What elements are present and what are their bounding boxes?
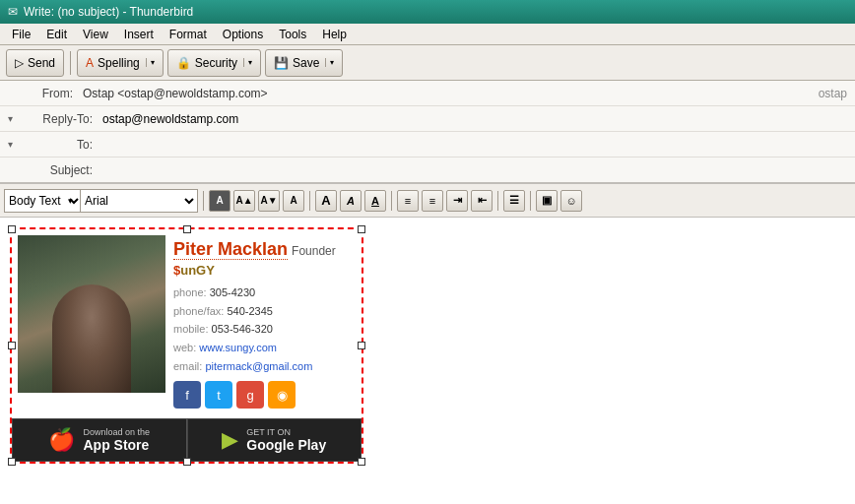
replyto-row: ▾ Reply-To:: [0, 106, 855, 132]
security-button[interactable]: 🔒 Security ▾: [167, 49, 261, 77]
from-value: Ostap <ostap@newoldstamp.com>: [79, 85, 819, 102]
android-icon: ▶: [222, 427, 238, 453]
sig-company: $unGY: [173, 262, 356, 278]
from-row: From: Ostap <ostap@newoldstamp.com> osta…: [0, 81, 855, 106]
menu-file[interactable]: File: [4, 26, 38, 43]
format-toolbar: Body Text ▾ Arial A A▲ A▼ A A A A ≡ ≡ ⇥ …: [0, 184, 855, 218]
signature-wrapper: Piter Macklan Founder $unGY phone: 305-4…: [10, 227, 363, 464]
sig-info: Piter Macklan Founder $unGY phone: 305-4…: [173, 235, 356, 412]
sig-photo-inner: [18, 235, 165, 393]
titlebar: ✉ Write: (no subject) - Thunderbird: [0, 0, 855, 24]
menu-options[interactable]: Options: [215, 26, 271, 43]
security-icon: 🔒: [176, 56, 191, 70]
handle-topleft[interactable]: [8, 225, 16, 233]
app-store-text: Download on the App Store: [83, 427, 150, 453]
editor-area[interactable]: Piter Macklan Founder $unGY phone: 305-4…: [0, 218, 855, 504]
spelling-button[interactable]: A Spelling ▾: [77, 49, 164, 77]
font-size-dec-btn[interactable]: A▼: [258, 190, 280, 212]
social-facebook[interactable]: f: [173, 381, 201, 409]
ul-btn[interactable]: ≡: [397, 190, 419, 212]
header-fields: From: Ostap <ostap@newoldstamp.com> osta…: [0, 81, 855, 184]
sig-photo: [18, 235, 165, 393]
to-expand[interactable]: ▾: [0, 139, 20, 150]
emoji-btn[interactable]: ☺: [560, 190, 582, 212]
send-button[interactable]: ▷ Send: [6, 49, 64, 77]
spelling-arrow[interactable]: ▾: [146, 58, 155, 67]
signature-card: Piter Macklan Founder $unGY phone: 305-4…: [12, 229, 362, 462]
to-input[interactable]: [99, 136, 855, 154]
menu-insert[interactable]: Insert: [116, 26, 162, 43]
social-google[interactable]: g: [236, 381, 264, 409]
handle-midleft[interactable]: [8, 342, 16, 349]
sig-title: Founder: [292, 244, 336, 258]
menu-help[interactable]: Help: [314, 26, 355, 43]
outdent-btn[interactable]: ⇤: [471, 190, 493, 212]
menu-format[interactable]: Format: [162, 26, 215, 43]
save-icon: 💾: [274, 56, 289, 70]
align-btn[interactable]: ☰: [503, 190, 525, 212]
handle-botleft[interactable]: [8, 458, 16, 466]
sig-bottom: 🍎 Download on the App Store ▶ GET IT ON …: [12, 418, 362, 462]
replyto-expand[interactable]: ▾: [0, 113, 20, 124]
social-twitter[interactable]: t: [205, 381, 232, 409]
to-label: To:: [20, 138, 99, 152]
handle-botright[interactable]: [358, 458, 365, 466]
menu-tools[interactable]: Tools: [271, 26, 314, 43]
fmt-sep-1: [203, 191, 204, 211]
handle-topright[interactable]: [358, 225, 365, 233]
style-select[interactable]: Body Text: [4, 189, 83, 213]
bold-btn[interactable]: A: [315, 190, 337, 212]
toolbar: ▷ Send A Spelling ▾ 🔒 Security ▾ 💾 Save …: [0, 45, 855, 81]
sig-social: f t g ◉: [173, 381, 356, 409]
google-play-btn[interactable]: ▶ GET IT ON Google Play: [187, 418, 362, 462]
ol-btn[interactable]: ≡: [422, 190, 443, 212]
fmt-sep-5: [530, 191, 531, 211]
subject-row: Subject:: [0, 158, 855, 183]
google-play-text: GET IT ON Google Play: [246, 427, 326, 453]
app-store-btn[interactable]: 🍎 Download on the App Store: [12, 418, 187, 462]
italic-btn[interactable]: A: [340, 190, 362, 212]
save-button[interactable]: 💾 Save ▾: [265, 49, 343, 77]
subject-label: Subject:: [20, 163, 99, 177]
send-icon: ▷: [15, 56, 24, 70]
menu-edit[interactable]: Edit: [38, 26, 75, 43]
font-size-inc-btn[interactable]: A▲: [233, 190, 255, 212]
from-alias: ostap: [819, 87, 855, 100]
sig-name: Piter Macklan: [173, 239, 288, 260]
sig-email: email: pitermack@gmail.com: [173, 357, 356, 376]
fmt-sep-3: [391, 191, 392, 211]
social-rss[interactable]: ◉: [268, 381, 296, 409]
underline-btn[interactable]: A: [364, 190, 386, 212]
handle-botmid[interactable]: [183, 458, 191, 466]
handle-midright[interactable]: [358, 342, 365, 349]
font-size-btn[interactable]: A: [283, 190, 304, 212]
fmt-sep-2: [309, 191, 310, 211]
sig-web: web: www.sungy.com: [173, 339, 356, 357]
font-color-btn[interactable]: A: [209, 190, 230, 212]
insert-table-btn[interactable]: ▣: [536, 190, 558, 212]
from-label: From:: [0, 87, 79, 100]
sig-phone: phone: 305-4230: [173, 284, 356, 302]
security-arrow[interactable]: ▾: [243, 58, 252, 67]
spelling-icon: A: [86, 56, 94, 70]
menubar: File Edit View Insert Format Options Too…: [0, 24, 855, 45]
main-content: From: Ostap <ostap@newoldstamp.com> osta…: [0, 81, 855, 504]
subject-input[interactable]: [99, 161, 855, 179]
fmt-sep-4: [497, 191, 498, 211]
toolbar-separator: [70, 51, 71, 75]
font-select[interactable]: Arial: [80, 189, 198, 213]
indent-btn[interactable]: ⇥: [446, 190, 468, 212]
replyto-label: Reply-To:: [20, 112, 99, 126]
sig-phone-fax: phone/fax: 540-2345: [173, 302, 356, 321]
window-title: Write: (no subject) - Thunderbird: [24, 5, 193, 19]
handle-topmid[interactable]: [183, 225, 191, 233]
apple-icon: 🍎: [48, 427, 75, 453]
sig-top: Piter Macklan Founder $unGY phone: 305-4…: [12, 229, 362, 418]
save-arrow[interactable]: ▾: [325, 58, 334, 67]
sig-mobile: mobile: 053-546-320: [173, 320, 356, 339]
replyto-input[interactable]: [99, 110, 855, 128]
menu-view[interactable]: View: [75, 26, 116, 43]
app-icon: ✉: [8, 5, 18, 19]
to-row: ▾ To:: [0, 132, 855, 158]
